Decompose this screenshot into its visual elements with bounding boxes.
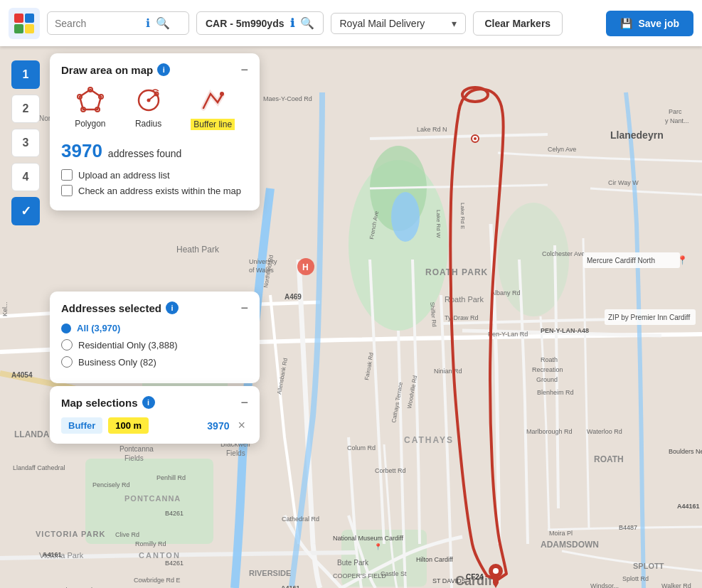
radius-tool-label: Radius — [135, 119, 161, 129]
search-bar: ℹ 🔍 — [47, 11, 189, 35]
address-count-row: 3970 addresses found — [61, 140, 248, 162]
svg-text:A469: A469 — [284, 293, 302, 301]
polygon-tool-button[interactable]: Polygon — [75, 85, 106, 130]
svg-text:Ty-Draw Rd: Ty-Draw Rd — [445, 314, 479, 321]
radius-tool-button[interactable]: Radius — [133, 85, 164, 130]
svg-text:Parc: Parc — [669, 108, 682, 115]
svg-text:ZIP by Premier Inn Cardiff: ZIP by Premier Inn Cardiff — [608, 314, 690, 321]
svg-text:CF24: CF24 — [466, 573, 484, 581]
svg-text:Castle St: Castle St — [381, 570, 407, 577]
selections-panel-title-text: Map selections — [61, 397, 138, 409]
svg-text:A4161: A4161 — [281, 584, 300, 588]
buffer-close-button[interactable]: × — [235, 418, 248, 433]
buffer-value: 100 m — [108, 417, 149, 434]
all-addresses-row[interactable]: All (3,970) — [61, 323, 248, 333]
svg-text:Pen-Y-Lan Rd: Pen-Y-Lan Rd — [488, 331, 528, 338]
save-job-label: Save job — [638, 18, 679, 29]
check-address-checkbox[interactable] — [61, 185, 73, 196]
address-count-label: addresses found — [108, 148, 182, 159]
svg-rect-2 — [14, 24, 23, 33]
svg-text:ROATH PARK: ROATH PARK — [425, 267, 488, 277]
map-selections-panel: Map selections i − Buffer 100 m 3970 × — [50, 386, 260, 444]
business-radio[interactable] — [61, 356, 73, 368]
svg-text:Marlborough Rd: Marlborough Rd — [526, 428, 573, 435]
clear-markers-button[interactable]: Clear Markers — [473, 11, 563, 36]
upload-address-checkbox[interactable] — [61, 169, 73, 181]
svg-text:A44161: A44161 — [677, 503, 700, 510]
svg-text:Moira Pl: Moira Pl — [549, 530, 573, 537]
svg-text:Kel...: Kel... — [1, 301, 9, 316]
selections-panel-info-icon[interactable]: i — [142, 396, 155, 409]
check-address-row: Check an address exists within the map — [61, 185, 248, 196]
step-4-button[interactable]: 4 — [11, 163, 40, 191]
business-row[interactable]: Business Only (82) — [61, 356, 248, 368]
svg-text:Ninian Rd: Ninian Rd — [434, 368, 462, 375]
step-3-button[interactable]: 3 — [11, 129, 40, 157]
svg-point-105 — [493, 568, 499, 574]
svg-text:B4487: B4487 — [619, 524, 637, 531]
delivery-dropdown[interactable]: Royal Mail Delivery ▾ — [331, 13, 466, 34]
all-addresses-label: All (3,970) — [77, 323, 120, 333]
svg-rect-1 — [25, 14, 34, 23]
svg-rect-0 — [14, 14, 23, 23]
map-area: A4054 A48 A469 Ty-Wern Rd Maes-Y-Coed Rd… — [0, 46, 702, 588]
svg-text:Maes-Y-Coed Rd: Maes-Y-Coed Rd — [263, 95, 312, 102]
buffer-tool-button[interactable]: Buffer line — [191, 85, 235, 130]
svg-text:Mercure Cardiff North: Mercure Cardiff North — [587, 257, 655, 264]
all-radio-dot — [61, 324, 71, 333]
draw-panel-title-text: Draw area on map — [61, 64, 153, 76]
draw-tools: Polygon Radius — [61, 85, 248, 130]
addresses-panel-title-text: Addresses selected — [61, 302, 161, 314]
svg-text:Colum Rd: Colum Rd — [347, 444, 376, 451]
svg-text:Pencisely Rd: Pencisely Rd — [92, 481, 130, 488]
svg-text:Lake Rd E: Lake Rd E — [459, 203, 466, 229]
svg-point-107 — [474, 137, 477, 140]
svg-text:Heol Don: Heol Don — [0, 225, 1, 252]
svg-text:ROATH: ROATH — [594, 454, 624, 464]
svg-text:Llandaff Cathedral: Llandaff Cathedral — [13, 464, 65, 471]
svg-text:Colchester Ave: Colchester Ave — [542, 250, 585, 257]
step-check-button[interactable]: ✓ — [11, 197, 40, 225]
chevron-down-icon: ▾ — [452, 18, 457, 29]
svg-text:Cowbridge Rd E: Cowbridge Rd E — [134, 577, 181, 584]
search-input[interactable] — [55, 18, 140, 29]
distance-search-icon[interactable]: 🔍 — [300, 16, 314, 30]
delivery-label: Royal Mail Delivery — [340, 18, 425, 29]
svg-text:Cir Way W: Cir Way W — [608, 179, 639, 186]
upload-address-row: Upload an address list — [61, 169, 248, 181]
selections-panel-minimize-button[interactable]: − — [240, 396, 248, 409]
svg-point-10 — [498, 203, 569, 316]
svg-text:Bute Park: Bute Park — [337, 559, 369, 567]
addresses-selected-panel: Addresses selected i − All (3,970) Resid… — [50, 292, 260, 383]
draw-panel-info-icon[interactable]: i — [157, 63, 170, 76]
residential-row[interactable]: Residential Only (3,888) — [61, 339, 248, 351]
svg-text:Ground: Ground — [536, 376, 558, 383]
svg-text:Roath: Roath — [541, 356, 558, 363]
polygon-icon — [75, 85, 106, 116]
save-job-button[interactable]: 💾 Save job — [606, 11, 693, 36]
svg-text:Lake Rd N: Lake Rd N — [417, 126, 447, 133]
svg-text:Waterloo Rd: Waterloo Rd — [587, 428, 622, 435]
addresses-panel-minimize-button[interactable]: − — [240, 301, 248, 314]
draw-panel-minimize-button[interactable]: − — [240, 63, 248, 76]
step-2-button[interactable]: 2 — [11, 95, 40, 123]
distance-info-icon[interactable]: ℹ — [290, 16, 294, 30]
svg-text:VICTORIA PARK: VICTORIA PARK — [36, 530, 105, 538]
draw-panel-header: Draw area on map i − — [61, 63, 248, 76]
residential-radio[interactable] — [61, 339, 73, 351]
address-count: 3970 — [61, 140, 102, 162]
svg-text:A4161: A4161 — [43, 551, 62, 558]
radius-icon — [133, 85, 164, 116]
svg-text:B4261: B4261 — [165, 510, 184, 517]
steps-panel: 1 2 3 4 ✓ — [11, 60, 40, 225]
draw-panel-title: Draw area on map i — [61, 63, 170, 76]
search-icon[interactable]: 🔍 — [156, 16, 170, 30]
addresses-panel-info-icon[interactable]: i — [166, 301, 179, 314]
buffer-count: 3970 — [207, 420, 229, 432]
svg-text:Corbett Rd: Corbett Rd — [375, 467, 406, 474]
info-icon[interactable]: ℹ — [146, 16, 150, 30]
buffer-icon — [197, 85, 228, 116]
svg-text:Hilton Cardiff: Hilton Cardiff — [416, 556, 453, 563]
svg-text:National Museum Cardiff: National Museum Cardiff — [333, 535, 403, 542]
step-1-button[interactable]: 1 — [11, 60, 40, 89]
